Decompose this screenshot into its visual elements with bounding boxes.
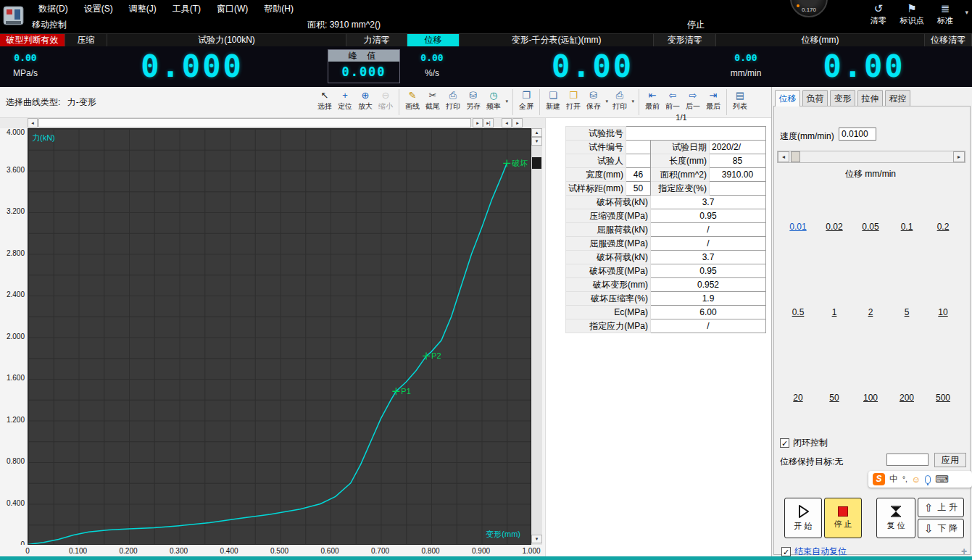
result-value[interactable]: 6.00: [650, 306, 765, 319]
clear-zero-button[interactable]: ↺清零: [866, 2, 891, 26]
result-value[interactable]: /: [650, 223, 765, 237]
stop-button[interactable]: 停 止: [824, 498, 862, 538]
start-button[interactable]: 开 始: [784, 498, 822, 538]
displacement-indicator[interactable]: 位移: [407, 33, 460, 46]
result-value[interactable]: 3.7: [650, 196, 765, 209]
result-value[interactable]: [626, 141, 650, 154]
ime-toolbar[interactable]: S 中 °, ☺ ⌨: [868, 471, 972, 488]
speed-option-0.05[interactable]: 0.05: [862, 222, 878, 307]
result-value[interactable]: [626, 154, 650, 168]
closed-loop-row[interactable]: ✓ 闭环控制: [780, 437, 828, 449]
microphone-icon[interactable]: [925, 475, 931, 484]
chevron-down-icon[interactable]: ▾: [605, 99, 608, 104]
toolbar-print-file-button[interactable]: ⎙打印▾: [610, 89, 630, 112]
chart-vertical-scrollbar[interactable]: ▴ ▾ ▾: [531, 128, 542, 545]
result-value[interactable]: [709, 182, 765, 196]
speed-option-0.01[interactable]: 0.01: [789, 222, 806, 307]
mark-point-button[interactable]: ⚑标识点: [900, 2, 924, 26]
toolbar-zoom-in-button[interactable]: ⊕放大: [355, 89, 375, 112]
curve-type-selector[interactable]: 选择曲线类型: 力-变形: [6, 87, 96, 118]
result-value[interactable]: [626, 127, 765, 141]
vscroll-thumb[interactable]: [532, 157, 541, 169]
result-value[interactable]: /: [650, 237, 765, 251]
speed-slider[interactable]: ◂ ▸: [777, 151, 965, 163]
hscroll-thumb[interactable]: [38, 118, 471, 128]
force-zero-button[interactable]: 力清零: [346, 33, 407, 46]
scroll-left-icon[interactable]: ◂: [28, 118, 38, 128]
reset-button[interactable]: 复 位: [876, 498, 915, 538]
result-value[interactable]: 0.952: [650, 278, 765, 292]
speed-option-0.1[interactable]: 0.1: [901, 222, 913, 307]
result-value[interactable]: 85: [709, 154, 765, 168]
speed-option-10[interactable]: 10: [938, 307, 947, 393]
result-value[interactable]: 2020/2/: [709, 141, 765, 154]
tab-load[interactable]: 负荷: [802, 90, 828, 106]
plot-area[interactable]: P1P2破坏 力(kN) 变形(mm): [28, 128, 531, 545]
curve-type-value[interactable]: 力-变形: [67, 97, 96, 107]
slider-left-icon[interactable]: ◂: [778, 151, 789, 162]
result-value[interactable]: 50: [626, 182, 650, 196]
end-auto-reset-checkbox[interactable]: ✓: [781, 547, 791, 556]
toolbar-frequency-button[interactable]: ◷频率▾: [483, 89, 504, 112]
scroll-down-small-icon[interactable]: ▾: [531, 137, 542, 146]
emoji-icon[interactable]: ☺: [912, 475, 921, 485]
toolbar-locate-button[interactable]: +定位: [335, 89, 355, 112]
slider-thumb[interactable]: [791, 151, 800, 162]
speed-input[interactable]: [839, 128, 876, 141]
toolbar-record-list-button[interactable]: ▤列表: [730, 89, 750, 112]
result-value[interactable]: 1.9: [650, 292, 765, 306]
apply-button[interactable]: 应用: [934, 453, 966, 467]
menu-item-1[interactable]: 数据(D): [30, 0, 76, 16]
toolbar-next-record-button[interactable]: ⇨后一: [683, 89, 703, 112]
move-control-label[interactable]: 移动控制: [32, 19, 67, 31]
result-value[interactable]: 46: [626, 168, 650, 182]
up-button[interactable]: ⇧ 上 升: [918, 498, 964, 517]
toolbar-trim-button[interactable]: ✂截尾: [423, 89, 443, 112]
closed-loop-checkbox[interactable]: ✓: [780, 438, 789, 448]
toolbar-prev-record-button[interactable]: ⇦前一: [662, 89, 683, 112]
result-value[interactable]: 3910.00: [709, 168, 765, 182]
pan-right-icon[interactable]: ▸: [512, 118, 523, 128]
sogou-logo-icon[interactable]: S: [873, 473, 885, 485]
result-value[interactable]: 0.95: [650, 264, 765, 278]
keyboard-icon[interactable]: ⌨: [935, 474, 949, 485]
chevron-down-icon[interactable]: ▾: [965, 9, 968, 16]
deform-zero-button[interactable]: 变形清零: [654, 33, 716, 46]
chart-horizontal-scrollbar[interactable]: ◂ ▸ ▸| ◂ ▸: [0, 118, 545, 128]
speed-option-5[interactable]: 5: [905, 307, 910, 393]
down-button[interactable]: ⇩ 下 降: [918, 519, 964, 538]
standard-button[interactable]: ≣标准: [933, 2, 958, 26]
toolbar-open-file-button[interactable]: ❒打开: [563, 89, 583, 112]
result-value[interactable]: 3.7: [650, 251, 765, 264]
toolbar-select-button[interactable]: ↖选择: [315, 89, 335, 112]
chevron-down-icon[interactable]: ▾: [505, 99, 508, 104]
toolbar-fullscreen-button[interactable]: ❐全屏: [516, 89, 536, 112]
speed-option-1[interactable]: 1: [832, 307, 837, 393]
menu-item-2[interactable]: 设置(S): [76, 0, 121, 16]
result-value[interactable]: 0.95: [650, 209, 765, 223]
menu-item-6[interactable]: 帮助(H): [256, 0, 302, 16]
tab-program[interactable]: 程控: [885, 90, 910, 106]
ime-lang-indicator[interactable]: 中: [889, 473, 898, 485]
compress-mode-button[interactable]: 压缩: [65, 33, 107, 46]
toolbar-save-file-button[interactable]: ⛁保存▾: [583, 89, 604, 112]
toolbar-last-record-button[interactable]: ⇥最后: [703, 89, 723, 112]
result-value[interactable]: /: [650, 319, 765, 333]
chevron-down-icon[interactable]: ▾: [631, 99, 634, 104]
toolbar-draw-line-button[interactable]: ✎画线: [402, 89, 423, 112]
menu-item-4[interactable]: 工具(T): [165, 0, 209, 16]
scroll-down-icon[interactable]: ▾: [531, 535, 542, 543]
toolbar-first-record-button[interactable]: ⇤最前: [642, 89, 662, 112]
menu-item-5[interactable]: 窗口(W): [209, 0, 256, 16]
toolbar-save-as-button[interactable]: ⛁另存: [463, 89, 483, 112]
ime-punct-indicator[interactable]: °,: [902, 475, 907, 483]
pan-left-icon[interactable]: ◂: [502, 118, 512, 128]
slider-right-icon[interactable]: ▸: [953, 151, 965, 162]
speed-option-0.02[interactable]: 0.02: [826, 222, 842, 307]
tab-tension[interactable]: 拉伸: [857, 90, 883, 106]
speed-option-100[interactable]: 100: [863, 393, 878, 478]
hold-target-input[interactable]: [886, 454, 929, 466]
resize-handle-icon[interactable]: +: [961, 546, 967, 557]
speed-option-0.2[interactable]: 0.2: [937, 222, 950, 307]
tab-deform[interactable]: 变形: [830, 90, 855, 106]
